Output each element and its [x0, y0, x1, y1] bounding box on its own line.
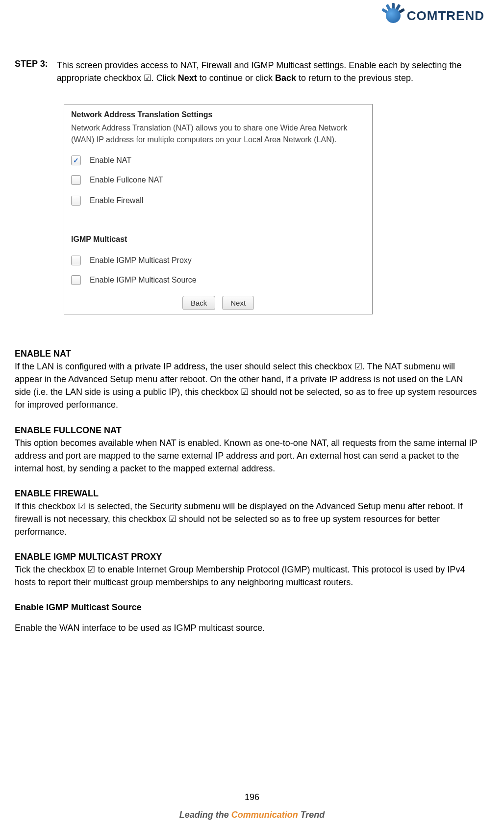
step-text-3: to return to the previous step. — [296, 73, 413, 83]
heading-igmp-proxy: ENABLE IGMP MULTICAST PROXY — [15, 552, 479, 562]
next-button[interactable]: Next — [222, 296, 254, 310]
checkbox-igmp-source[interactable] — [71, 275, 81, 285]
settings-panel: Network Address Translation Settings Net… — [64, 104, 373, 314]
row-enable-nat: Enable NAT — [64, 153, 372, 168]
button-row: Back Next — [64, 292, 372, 310]
brand-logo: COMTREND — [382, 5, 484, 26]
footer-t3: Trend — [298, 810, 325, 820]
text-igmp-source: Enable the WAN interface to be used as I… — [15, 622, 479, 634]
row-enable-firewall: Enable Firewall — [64, 193, 372, 208]
checkbox-enable-firewall[interactable] — [71, 196, 81, 206]
step-text: This screen provides access to NAT, Fire… — [57, 59, 479, 84]
heading-igmp-source: Enable IGMP Multicast Source — [15, 602, 479, 613]
row-igmp-proxy: Enable IGMP Multicast Proxy — [64, 253, 372, 268]
section-enable-nat: ENABLE NAT If the LAN is configured with… — [15, 349, 479, 411]
label-igmp-source: Enable IGMP Multicast Source — [90, 276, 197, 285]
row-igmp-source: Enable IGMP Multicast Source — [64, 272, 372, 288]
text-igmp-proxy: Tick the checkbox ☑ to enable Internet G… — [15, 563, 479, 589]
section-fullcone-nat: ENABLE FULLCONE NAT This option becomes … — [15, 425, 479, 475]
footer-tagline: Leading the Communication Trend — [0, 810, 504, 820]
back-button[interactable]: Back — [182, 296, 215, 310]
heading-fullcone-nat: ENABLE FULLCONE NAT — [15, 425, 479, 436]
text-fullcone-nat: This option becomes available when NAT i… — [15, 437, 479, 475]
checkbox-igmp-proxy[interactable] — [71, 256, 81, 265]
text-enable-nat: If the LAN is configured with a private … — [15, 360, 479, 411]
footer-t1: Leading the — [179, 810, 231, 820]
nat-settings-desc: Network Address Translation (NAT) allows… — [64, 122, 372, 153]
heading-enable-firewall: ENABLE FIREWALL — [15, 489, 479, 499]
section-enable-firewall: ENABLE FIREWALL If this checkbox ☑ is se… — [15, 489, 479, 538]
row-fullcone-nat: Enable Fullcone NAT — [64, 172, 372, 188]
page-number: 196 — [0, 792, 504, 803]
label-enable-firewall: Enable Firewall — [90, 196, 143, 205]
brand-name: COMTREND — [407, 8, 484, 24]
label-fullcone-nat: Enable Fullcone NAT — [90, 176, 163, 184]
step-bold-back: Back — [275, 73, 296, 83]
section-igmp-source: Enable IGMP Multicast Source Enable the … — [15, 602, 479, 634]
text-enable-firewall: If this checkbox ☑ is selected, the Secu… — [15, 500, 479, 538]
nat-settings-title: Network Address Translation Settings — [64, 104, 372, 122]
step-label: STEP 3: — [15, 59, 48, 84]
label-enable-nat: Enable NAT — [90, 156, 131, 165]
checkbox-enable-nat[interactable] — [71, 155, 81, 165]
step-bold-next: Next — [178, 73, 197, 83]
footer-t2: Communication — [231, 810, 298, 820]
label-igmp-proxy: Enable IGMP Multicast Proxy — [90, 256, 192, 265]
checkbox-fullcone-nat[interactable] — [71, 175, 81, 185]
step-block: STEP 3: This screen provides access to N… — [15, 59, 479, 84]
logo-icon — [382, 5, 404, 26]
igmp-title: IGMP Multicast — [64, 232, 372, 253]
page-content: STEP 3: This screen provides access to N… — [15, 59, 479, 634]
heading-enable-nat: ENABLE NAT — [15, 349, 479, 359]
section-igmp-proxy: ENABLE IGMP MULTICAST PROXY Tick the che… — [15, 552, 479, 589]
step-text-2: to continue or click — [197, 73, 275, 83]
